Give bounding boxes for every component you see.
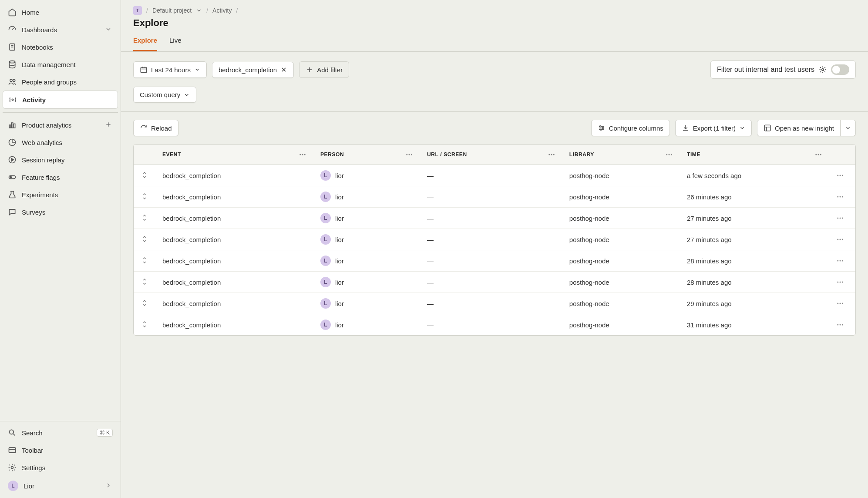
- nav-search[interactable]: Search ⌘ K: [3, 424, 118, 441]
- th-person[interactable]: PERSON: [313, 145, 420, 165]
- cell-person[interactable]: Llior: [313, 186, 420, 208]
- row-actions[interactable]: [829, 272, 855, 293]
- cell-url: —: [420, 272, 562, 293]
- activity-icon: [8, 95, 17, 104]
- filter-chip-event[interactable]: bedrock_completion: [212, 62, 294, 78]
- nav-data-management[interactable]: Data management: [3, 56, 118, 73]
- cell-person[interactable]: Llior: [313, 229, 420, 250]
- cell-person[interactable]: Llior: [313, 314, 420, 336]
- th-time[interactable]: TIME: [680, 145, 829, 165]
- row-actions[interactable]: [829, 250, 855, 272]
- breadcrumb-project[interactable]: Default project: [152, 7, 192, 14]
- nav-settings-label: Settings: [22, 464, 45, 471]
- table-row[interactable]: bedrock_completion Llior — posthog-node …: [134, 314, 855, 336]
- nav-activity[interactable]: Activity: [3, 91, 118, 109]
- cell-person[interactable]: Llior: [313, 250, 420, 272]
- cell-person[interactable]: Llior: [313, 165, 420, 186]
- reload-icon: [140, 124, 148, 132]
- row-actions[interactable]: [829, 293, 855, 314]
- table-row[interactable]: bedrock_completion Llior — posthog-node …: [134, 229, 855, 250]
- table-row[interactable]: bedrock_completion Llior — posthog-node …: [134, 250, 855, 272]
- open-insight-dropdown[interactable]: [841, 120, 856, 136]
- more-icon[interactable]: [548, 151, 555, 158]
- row-actions[interactable]: [829, 186, 855, 208]
- nav-session-replay[interactable]: Session replay: [3, 151, 118, 168]
- svg-point-4: [10, 79, 12, 81]
- th-library[interactable]: LIBRARY: [562, 145, 680, 165]
- open-insight-button[interactable]: Open as new insight: [757, 120, 841, 136]
- more-icon[interactable]: [814, 151, 822, 158]
- project-badge[interactable]: T: [133, 6, 142, 15]
- row-actions[interactable]: [829, 314, 855, 336]
- th-event[interactable]: EVENT: [155, 145, 313, 165]
- more-icon[interactable]: [405, 151, 413, 158]
- svg-point-47: [551, 154, 552, 155]
- gear-icon: [8, 463, 17, 472]
- toggle-switch[interactable]: [831, 64, 849, 75]
- avatar: L: [320, 277, 331, 287]
- daterange-picker[interactable]: Last 24 hours: [133, 61, 207, 78]
- cell-person[interactable]: Llior: [313, 293, 420, 314]
- row-actions[interactable]: [829, 165, 855, 186]
- table-row[interactable]: bedrock_completion Llior — posthog-node …: [134, 208, 855, 229]
- chevron-right-icon: [105, 482, 113, 490]
- download-icon: [682, 124, 690, 132]
- expand-row-icon[interactable]: [141, 214, 148, 221]
- cell-person[interactable]: Llior: [313, 272, 420, 293]
- plus-icon[interactable]: [105, 121, 113, 129]
- nav-notebooks[interactable]: Notebooks: [3, 38, 118, 56]
- expand-row-icon[interactable]: [141, 193, 148, 200]
- search-icon: [8, 428, 17, 437]
- nav-dashboards[interactable]: Dashboards: [3, 21, 118, 38]
- expand-row-icon[interactable]: [141, 321, 148, 328]
- svg-point-5: [13, 79, 15, 81]
- tab-live[interactable]: Live: [169, 37, 182, 51]
- cell-time: 31 minutes ago: [680, 314, 829, 336]
- export-button[interactable]: Export (1 filter): [675, 120, 752, 136]
- nav-surveys[interactable]: Surveys: [3, 203, 118, 221]
- row-actions[interactable]: [829, 229, 855, 250]
- cell-person[interactable]: Llior: [313, 208, 420, 229]
- configure-columns-button[interactable]: Configure columns: [591, 120, 670, 136]
- row-actions[interactable]: [829, 208, 855, 229]
- expand-row-icon[interactable]: [141, 236, 148, 242]
- nav-home[interactable]: Home: [3, 3, 118, 21]
- custom-query-dropdown[interactable]: Custom query: [133, 87, 196, 103]
- nav-web-analytics[interactable]: Web analytics: [3, 134, 118, 151]
- bar-chart-icon: [8, 121, 17, 129]
- more-icon[interactable]: [665, 151, 673, 158]
- table-row[interactable]: bedrock_completion Llior — posthog-node …: [134, 293, 855, 314]
- cell-library: posthog-node: [562, 229, 680, 250]
- th-url[interactable]: URL / SCREEN: [420, 145, 562, 165]
- nav-product-analytics[interactable]: Product analytics: [3, 116, 118, 134]
- expand-row-icon[interactable]: [141, 172, 148, 178]
- gear-icon[interactable]: [819, 66, 827, 74]
- sliders-icon: [598, 124, 606, 132]
- expand-row-icon[interactable]: [141, 257, 148, 264]
- avatar: L: [320, 298, 331, 309]
- avatar: L: [320, 256, 331, 266]
- breadcrumb-section[interactable]: Activity: [212, 7, 232, 14]
- reload-button[interactable]: Reload: [133, 120, 178, 136]
- table-row[interactable]: bedrock_completion Llior — posthog-node …: [134, 165, 855, 186]
- table-row[interactable]: bedrock_completion Llior — posthog-node …: [134, 272, 855, 293]
- nav-people[interactable]: People and groups: [3, 73, 118, 91]
- chevron-down-icon[interactable]: [196, 7, 202, 13]
- table-row[interactable]: bedrock_completion Llior — posthog-node …: [134, 186, 855, 208]
- tabs: Explore Live: [121, 29, 868, 52]
- nav-toolbar[interactable]: Toolbar: [3, 441, 118, 459]
- svg-point-45: [411, 154, 412, 155]
- tab-explore[interactable]: Explore: [133, 37, 157, 51]
- cell-time: 27 minutes ago: [680, 229, 829, 250]
- close-icon[interactable]: [280, 66, 287, 73]
- expand-row-icon[interactable]: [141, 299, 148, 306]
- add-filter-button[interactable]: Add filter: [299, 61, 349, 78]
- more-icon[interactable]: [299, 151, 306, 158]
- nav-user[interactable]: L Lior: [3, 476, 118, 495]
- main: T / Default project / Activity / Explore…: [121, 0, 868, 498]
- nav-settings[interactable]: Settings: [3, 459, 118, 476]
- nav-experiments[interactable]: Experiments: [3, 186, 118, 203]
- expand-row-icon[interactable]: [141, 278, 148, 285]
- reload-label: Reload: [151, 124, 172, 132]
- nav-feature-flags[interactable]: Feature flags: [3, 168, 118, 186]
